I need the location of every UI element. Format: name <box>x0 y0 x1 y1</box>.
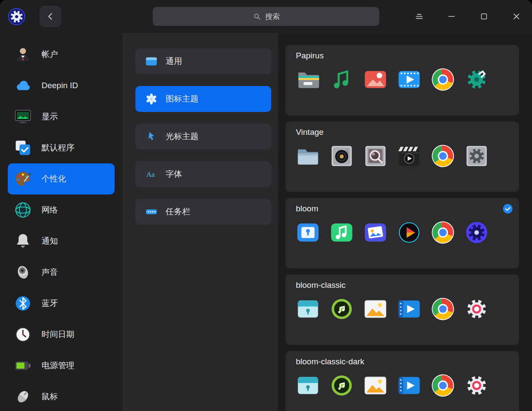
svg-text:Aa: Aa <box>146 170 155 178</box>
nav-item-cursor-theme[interactable]: 光标主题 <box>135 124 271 150</box>
sidebar-item-datetime[interactable]: 时间日期 <box>8 319 115 350</box>
deepin-logo-icon <box>7 7 26 26</box>
search-icon <box>252 12 262 22</box>
bloom-classic-music-icon <box>330 297 354 321</box>
sidebar-item-label: 帐户 <box>42 49 58 60</box>
papirus-videos-icon <box>397 67 421 92</box>
sidebar-item-network[interactable]: 网络 <box>8 194 115 226</box>
theme-title: Papirus <box>296 51 324 60</box>
theme-title: bloom-classic <box>296 280 346 290</box>
bloom-classic-browser-icon <box>431 297 455 321</box>
theme-card-papirus[interactable]: Papirus <box>285 45 519 115</box>
minimize-button[interactable] <box>441 6 462 27</box>
theme-title: bloom <box>296 204 318 213</box>
sidebar-item-label: 通知 <box>42 236 58 247</box>
personalization-nav: 通用图标主题光标主题Aa字体任务栏 <box>122 33 278 411</box>
bluetooth-icon <box>14 294 32 312</box>
bloom-classic-videos-icon <box>397 297 421 321</box>
theme-title: bloom-classic-dark <box>296 357 364 366</box>
nav-item-label: 字体 <box>166 169 182 180</box>
sidebar-item-sound[interactable]: 声音 <box>8 257 115 288</box>
bloom-classic-settings-icon <box>465 297 489 321</box>
sidebar-item-label: 默认程序 <box>42 142 74 153</box>
cloud-icon <box>14 76 32 95</box>
minimize-icon <box>445 10 458 23</box>
sidebar: 帐户Deepin ID显示默认程序个性化网络通知声音蓝牙时间日期电源管理鼠标 <box>0 33 122 411</box>
bloom-classic-dark-videos-icon <box>397 373 421 398</box>
theme-card-bloom-classic-dark[interactable]: bloom-classic-dark <box>285 351 519 411</box>
bloom-classic-dark-music-icon <box>330 373 354 398</box>
titlebar: 搜索 <box>0 0 532 33</box>
bloom-classic-files-icon <box>296 297 320 321</box>
bloom-images-icon <box>363 220 388 245</box>
vintage-settings-icon <box>465 144 489 168</box>
back-button[interactable] <box>40 6 61 27</box>
sidebar-item-personalization[interactable]: 个性化 <box>8 163 115 194</box>
sidebar-item-default-apps[interactable]: 默认程序 <box>8 132 115 163</box>
window-controls <box>409 6 527 27</box>
default-apps-icon <box>14 139 32 157</box>
nav-item-label: 任务栏 <box>166 206 190 217</box>
sidebar-item-accounts[interactable]: 帐户 <box>8 39 115 70</box>
sidebar-item-label: 显示 <box>42 111 58 122</box>
sidebar-item-display[interactable]: 显示 <box>8 101 115 132</box>
close-button[interactable] <box>506 6 527 27</box>
nav-item-font[interactable]: Aa字体 <box>135 161 271 187</box>
icon-theme-icon <box>145 92 158 105</box>
bloom-classic-dark-settings-icon <box>465 373 489 398</box>
maximize-icon <box>477 10 491 23</box>
sidebar-item-bluetooth[interactable]: 蓝牙 <box>8 288 115 319</box>
nav-item-label: 图标主题 <box>166 93 199 105</box>
nav-item-label: 通用 <box>166 56 182 67</box>
sidebar-item-notification[interactable]: 通知 <box>8 226 115 257</box>
menu-icon <box>412 10 426 23</box>
maximize-button[interactable] <box>474 6 494 27</box>
bloom-videos-icon <box>397 220 421 245</box>
sidebar-item-deepin-id[interactable]: Deepin ID <box>8 70 115 101</box>
papirus-settings-icon <box>465 67 489 92</box>
search-input[interactable]: 搜索 <box>153 7 379 26</box>
bloom-music-icon <box>330 220 354 245</box>
bloom-classic-dark-files-icon <box>296 373 320 398</box>
sidebar-item-label: 时间日期 <box>42 329 74 340</box>
vintage-images-icon <box>363 144 388 168</box>
theme-card-bloom[interactable]: bloom <box>285 198 519 268</box>
close-icon <box>510 10 523 23</box>
general-icon <box>145 55 158 68</box>
menu-button[interactable] <box>409 6 429 27</box>
sidebar-item-label: 电源管理 <box>42 360 74 371</box>
network-icon <box>14 201 32 219</box>
search-placeholder: 搜索 <box>265 12 280 22</box>
sidebar-item-label: 个性化 <box>42 173 66 185</box>
taskbar-icon <box>145 205 158 218</box>
sidebar-item-label: 鼠标 <box>42 391 58 402</box>
content: 帐户Deepin ID显示默认程序个性化网络通知声音蓝牙时间日期电源管理鼠标 通… <box>0 33 532 411</box>
font-icon: Aa <box>145 168 158 181</box>
bloom-browser-icon <box>431 220 455 245</box>
clock-icon <box>14 325 32 344</box>
papirus-browser-icon <box>431 67 455 92</box>
theme-title: Vintage <box>296 127 324 137</box>
selected-check-icon <box>503 204 513 214</box>
bloom-classic-dark-browser-icon <box>431 373 455 398</box>
sidebar-item-label: 声音 <box>42 267 58 278</box>
battery-icon <box>14 357 32 375</box>
speaker-icon <box>14 263 32 281</box>
vintage-videos-icon <box>397 144 421 168</box>
papirus-images-icon <box>363 67 388 92</box>
theme-card-bloom-classic[interactable]: bloom-classic <box>285 274 519 345</box>
theme-panel[interactable]: PapirusVintagebloombloom-classicbloom-cl… <box>278 33 532 411</box>
sidebar-item-label: Deepin ID <box>42 81 78 90</box>
nav-item-icon-theme[interactable]: 图标主题 <box>135 86 271 112</box>
sidebar-item-mouse[interactable]: 鼠标 <box>8 381 115 411</box>
bell-icon <box>14 232 32 250</box>
theme-card-vintage[interactable]: Vintage <box>285 121 519 192</box>
nav-item-taskbar[interactable]: 任务栏 <box>135 199 271 225</box>
chevron-left-icon <box>44 10 58 23</box>
sidebar-item-label: 网络 <box>42 204 58 216</box>
mouse-icon <box>14 388 32 406</box>
bloom-files-icon <box>296 220 320 245</box>
papirus-files-icon <box>296 67 320 92</box>
nav-item-general[interactable]: 通用 <box>135 48 271 74</box>
sidebar-item-power[interactable]: 电源管理 <box>8 350 115 381</box>
